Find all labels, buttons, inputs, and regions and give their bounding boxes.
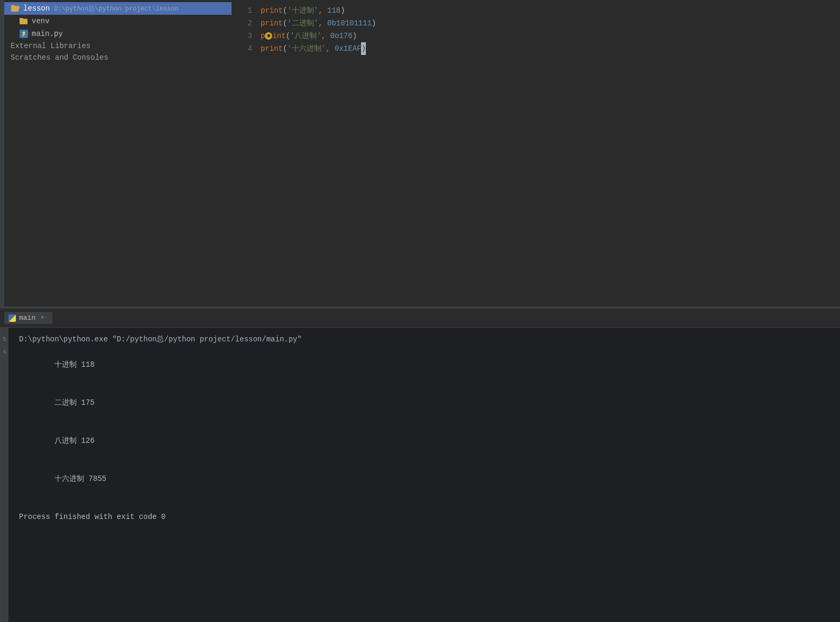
terminal-line-cmd: D:\python\python.exe "D:/python总/python …: [19, 333, 829, 346]
kw-print-3: p: [261, 30, 265, 42]
run-indicators: 5 4: [0, 328, 8, 622]
run-indicator-4: 4: [3, 346, 6, 358]
terminal-label-decimal: 十进制: [54, 360, 77, 369]
code-line-2: print('二进制', 0b10101111): [261, 17, 840, 30]
folder-open-icon: [11, 4, 20, 13]
sidebar-item-venv[interactable]: venv: [4, 15, 232, 27]
terminal-tab-label: main: [19, 314, 35, 322]
sidebar-item-external-libs[interactable]: External Libraries: [4, 40, 232, 52]
terminal-area: main × 5 4 D:\python\python.exe "D:/pyth…: [0, 309, 840, 622]
breakpoint-indicator: ●: [265, 32, 272, 40]
terminal-line-hex: 十六进制 7855: [19, 460, 829, 498]
svg-rect-5: [22, 35, 24, 36]
terminal-line-decimal: 十进制 118: [19, 346, 829, 384]
svg-rect-4: [22, 34, 25, 35]
python-file-icon: [19, 29, 29, 39]
terminal-value-decimal: 118: [77, 360, 95, 369]
kw-print-2: print: [261, 17, 283, 30]
left-gutter: [0, 0, 4, 307]
editor-content[interactable]: 1 2 3 4 print('十进制', 118) print('二进制', 0…: [232, 0, 840, 307]
tab-python-icon: [8, 314, 16, 322]
code-lines[interactable]: print('十进制', 118) print('二进制', 0b1010111…: [261, 4, 840, 302]
main-area: lesson D:\python总\python project\lesson …: [0, 0, 840, 307]
kw-print-4: print: [261, 42, 283, 55]
terminal-tabs: main ×: [0, 309, 840, 328]
svg-rect-1: [20, 18, 23, 20]
editor-area: 1 2 3 4 print('十进制', 118) print('二进制', 0…: [232, 0, 840, 307]
sidebar-lesson-path: D:\python总\python project\lesson: [54, 4, 178, 13]
sidebar-venv-label: venv: [32, 17, 50, 25]
terminal-value-hex: 7855: [84, 475, 106, 483]
terminal-tab-main[interactable]: main ×: [4, 312, 52, 324]
sidebar: lesson D:\python总\python project\lesson …: [4, 0, 232, 307]
terminal-label-octal: 八进制: [54, 437, 77, 445]
sidebar-lesson-label: lesson: [23, 4, 50, 13]
folder-icon: [19, 16, 29, 26]
tab-close-button[interactable]: ×: [39, 314, 46, 322]
run-indicator-5: 5: [3, 333, 6, 346]
code-line-4: print('十六进制', 0x1EAF): [261, 42, 840, 55]
kw-print-1: print: [261, 4, 283, 17]
sidebar-item-scratches[interactable]: Scratches and Consoles: [4, 52, 232, 63]
terminal-content[interactable]: D:\python\python.exe "D:/python总/python …: [8, 328, 840, 622]
sidebar-scratches-label: Scratches and Consoles: [11, 53, 108, 62]
sidebar-item-lesson[interactable]: lesson D:\python总\python project\lesson: [4, 2, 232, 15]
terminal-label-hex: 十六进制: [54, 475, 84, 483]
code-line-1: print('十进制', 118): [261, 4, 840, 17]
svg-rect-0: [20, 19, 27, 25]
sidebar-mainpy-label: main.py: [32, 30, 63, 38]
terminal-line-binary: 二进制 175: [19, 384, 829, 422]
sidebar-item-mainpy[interactable]: main.py: [4, 27, 232, 40]
line-number-3: 3: [232, 30, 252, 42]
terminal-line-blank: [19, 498, 829, 510]
terminal-label-binary: 二进制: [54, 398, 77, 407]
line-number-4: 4: [232, 42, 252, 55]
line-number-1: 1: [232, 4, 252, 17]
line-numbers: 1 2 3 4: [232, 4, 261, 302]
sidebar-external-label: External Libraries: [11, 42, 90, 50]
terminal-line-exit: Process finished with exit code 0: [19, 510, 829, 523]
terminal-value-binary: 175: [77, 398, 95, 407]
cursor: ): [361, 42, 365, 55]
svg-point-3: [23, 32, 25, 34]
terminal-value-octal: 126: [77, 437, 95, 445]
terminal-body: 5 4 D:\python\python.exe "D:/python总/pyt…: [0, 328, 840, 622]
code-line-3: p●int('八进制', 0o176): [261, 30, 840, 42]
terminal-line-octal: 八进制 126: [19, 422, 829, 460]
line-number-2: 2: [232, 17, 252, 30]
